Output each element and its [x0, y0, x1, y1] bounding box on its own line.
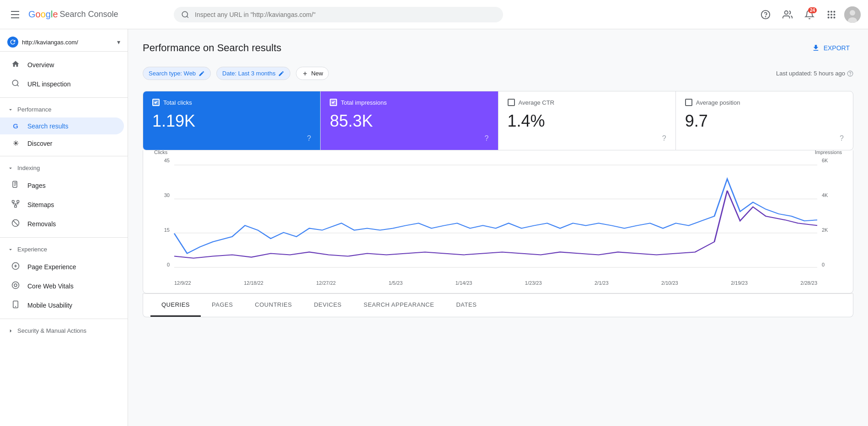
- impressions-checkbox[interactable]: [330, 99, 337, 106]
- svg-rect-8: [830, 14, 832, 16]
- sidebar-item-url-inspection[interactable]: URL inspection: [0, 75, 124, 94]
- tab-queries-label: QUERIES: [161, 301, 190, 308]
- svg-rect-11: [830, 16, 832, 18]
- ctr-footer: ?: [508, 134, 666, 143]
- x-label-6: 2/1/23: [595, 280, 609, 286]
- tab-devices[interactable]: DEVICES: [303, 294, 353, 317]
- tab-search-appearance[interactable]: SEARCH APPEARANCE: [353, 294, 445, 317]
- help-button[interactable]: [756, 5, 775, 24]
- page-title: Performance on Search results: [143, 42, 281, 54]
- search-icon: [181, 11, 189, 19]
- property-url: http://kaviangas.com/: [22, 39, 113, 46]
- tabs-bar: QUERIES PAGES COUNTRIES DEVICES SEARCH A…: [143, 293, 853, 317]
- export-button[interactable]: EXPORT: [808, 40, 853, 56]
- clicks-checkbox[interactable]: [152, 99, 160, 106]
- core-web-vitals-icon: [11, 281, 20, 291]
- tab-dates[interactable]: DATES: [445, 294, 488, 317]
- chart-svg: [174, 165, 817, 267]
- svg-rect-4: [828, 11, 830, 12]
- svg-rect-7: [828, 14, 830, 16]
- sidebar-item-discover[interactable]: ✳ Discover: [0, 134, 124, 152]
- logo-google: Google: [28, 9, 58, 20]
- nav-divider-3: [0, 237, 128, 238]
- apps-icon: [826, 10, 836, 20]
- header-left: Google Search Console: [7, 7, 163, 22]
- notifications-button[interactable]: 24: [800, 5, 819, 24]
- filter-search-type[interactable]: Search type: Web: [143, 67, 211, 80]
- logo: Google Search Console: [28, 9, 118, 20]
- tab-pages[interactable]: PAGES: [201, 294, 244, 317]
- metric-card-impressions[interactable]: Total impressions 85.3K ?: [321, 91, 498, 150]
- metric-card-ctr[interactable]: Average CTR 1.4% ?: [498, 91, 676, 150]
- account-settings-button[interactable]: [778, 5, 797, 24]
- tab-dates-label: DATES: [456, 301, 477, 308]
- metric-card-ctr-header: Average CTR: [508, 99, 666, 106]
- position-checkbox[interactable]: [685, 99, 692, 106]
- ctr-checkbox[interactable]: [508, 99, 515, 106]
- position-help-icon[interactable]: ?: [840, 134, 844, 143]
- sitemaps-icon: [11, 200, 20, 210]
- svg-rect-10: [828, 16, 830, 18]
- tab-pages-label: PAGES: [212, 301, 233, 308]
- account-settings-icon: [782, 10, 793, 20]
- discover-icon: ✳: [11, 139, 20, 148]
- svg-point-16: [12, 80, 18, 85]
- ctr-label: Average CTR: [519, 99, 555, 106]
- svg-rect-6: [834, 11, 836, 12]
- impressions-footer: ?: [330, 134, 488, 143]
- impressions-help-icon[interactable]: ?: [485, 134, 489, 143]
- clicks-value: 1.19K: [152, 112, 311, 131]
- sidebar-item-overview[interactable]: Overview: [0, 55, 124, 75]
- y-left-30: 30: [164, 192, 170, 198]
- clicks-label: Total clicks: [163, 99, 192, 106]
- page-header: Performance on Search results EXPORT: [143, 40, 853, 56]
- sidebar-item-core-web-vitals[interactable]: Core Web Vitals: [0, 277, 124, 296]
- sidebar-item-mobile-usability[interactable]: Mobile Usability: [0, 296, 124, 315]
- nav-section-performance[interactable]: Performance: [0, 101, 128, 117]
- sidebar-item-sitemaps[interactable]: Sitemaps: [0, 195, 124, 214]
- tab-search-appearance-label: SEARCH APPEARANCE: [364, 301, 434, 308]
- hamburger-button[interactable]: [7, 7, 23, 22]
- metric-card-position[interactable]: Average position 9.7 ?: [676, 91, 853, 150]
- chevron-down-icon-3: [7, 246, 14, 253]
- search-small-icon: [11, 79, 20, 89]
- position-footer: ?: [685, 134, 844, 143]
- sidebar-label-discover: Discover: [27, 140, 52, 147]
- metric-card-clicks[interactable]: Total clicks 1.19K ?: [143, 91, 321, 150]
- metric-card-clicks-header: Total clicks: [152, 99, 311, 106]
- sidebar-label-overview: Overview: [27, 61, 54, 69]
- sidebar-label-url-inspection: URL inspection: [27, 80, 70, 88]
- edit-icon-1: [198, 70, 205, 77]
- search-bar: [174, 7, 503, 22]
- nav-section-security-label: Security & Manual Actions: [17, 327, 86, 334]
- new-filter-button[interactable]: New: [296, 67, 329, 80]
- apps-button[interactable]: [822, 5, 841, 24]
- ctr-help-icon[interactable]: ?: [662, 134, 666, 143]
- clicks-help-icon[interactable]: ?: [307, 134, 311, 143]
- sidebar-item-pages[interactable]: Pages: [0, 176, 124, 195]
- notification-badge: 24: [808, 7, 817, 13]
- tab-queries[interactable]: QUERIES: [150, 294, 201, 317]
- sidebar-item-page-experience[interactable]: Page Experience: [0, 257, 124, 277]
- clicks-footer: ?: [152, 134, 311, 143]
- google-g-icon: G: [11, 122, 20, 130]
- tab-countries[interactable]: COUNTRIES: [244, 294, 303, 317]
- avatar[interactable]: [844, 6, 861, 23]
- svg-point-3: [785, 11, 788, 14]
- property-selector[interactable]: http://kaviangas.com/ ▾: [0, 33, 128, 52]
- x-label-3: 1/5/23: [389, 280, 403, 286]
- filter-date[interactable]: Date: Last 3 months: [216, 67, 290, 80]
- chevron-down-icon: [7, 106, 14, 113]
- search-input[interactable]: [195, 11, 496, 18]
- main-content: Performance on Search results EXPORT Sea…: [128, 29, 868, 426]
- sidebar-item-removals[interactable]: Removals: [0, 214, 124, 234]
- chart-lines: [174, 165, 817, 267]
- nav-section-security[interactable]: Security & Manual Actions: [0, 323, 128, 339]
- position-label: Average position: [696, 99, 740, 106]
- x-label-2: 12/27/22: [316, 280, 336, 286]
- nav-section-experience[interactable]: Experience: [0, 241, 128, 257]
- nav-section-indexing-label: Indexing: [17, 165, 40, 171]
- nav-section-indexing[interactable]: Indexing: [0, 160, 128, 176]
- sidebar-item-search-results[interactable]: G Search results: [0, 117, 124, 134]
- removals-icon: [11, 219, 20, 229]
